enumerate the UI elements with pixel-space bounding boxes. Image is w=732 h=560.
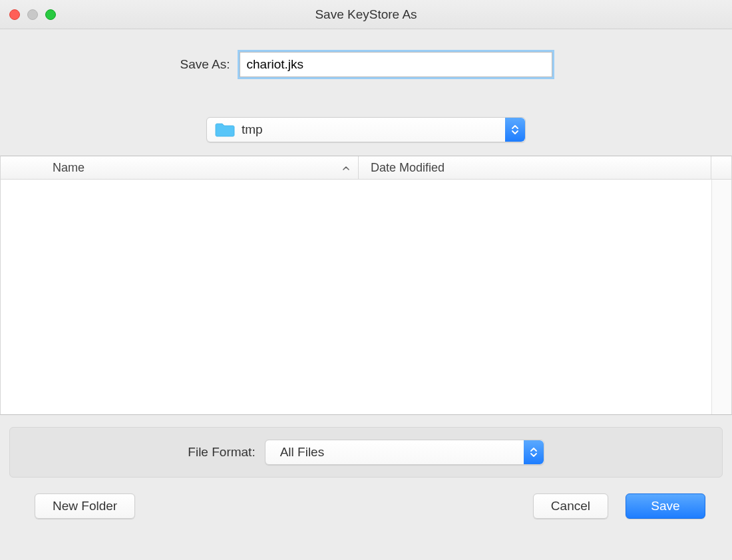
minimize-window-button[interactable] [27,9,38,20]
column-headers: Name Date Modified [1,156,731,180]
save-button[interactable]: Save [626,493,705,519]
folder-selector-row: tmp [0,117,732,142]
sort-arrow-icon [342,163,350,173]
chevron-up-down-icon [524,440,544,464]
new-folder-button[interactable]: New Folder [35,493,135,519]
chevron-up-down-icon [505,118,525,142]
column-header-date-modified[interactable]: Date Modified [359,156,711,179]
traffic-lights [9,9,56,20]
save-as-row: Save As: [0,52,732,77]
scrollbar-gutter[interactable] [711,180,731,414]
file-format-panel: File Format: All Files [9,427,723,478]
titlebar: Save KeyStore As [0,0,732,29]
file-list-body[interactable] [1,180,731,414]
file-list: Name Date Modified [0,156,732,415]
column-header-name-label: Name [53,161,85,175]
folder-icon [215,122,235,137]
column-header-spacer [711,156,731,179]
folder-popup-label: tmp [242,122,263,137]
bottom-button-row: New Folder Cancel Save [0,478,732,519]
file-format-popup-button[interactable]: All Files [265,440,544,465]
save-as-label: Save As: [180,57,230,72]
folder-popup-button[interactable]: tmp [206,117,526,142]
window-title: Save KeyStore As [0,7,732,22]
close-window-button[interactable] [9,9,20,20]
save-as-input[interactable] [240,52,552,77]
column-header-name[interactable]: Name [1,156,359,179]
cancel-button[interactable]: Cancel [533,493,608,519]
column-header-date-label: Date Modified [371,161,445,175]
maximize-window-button[interactable] [45,9,56,20]
file-format-label: File Format: [188,445,255,460]
file-format-popup-label: All Files [280,445,325,460]
